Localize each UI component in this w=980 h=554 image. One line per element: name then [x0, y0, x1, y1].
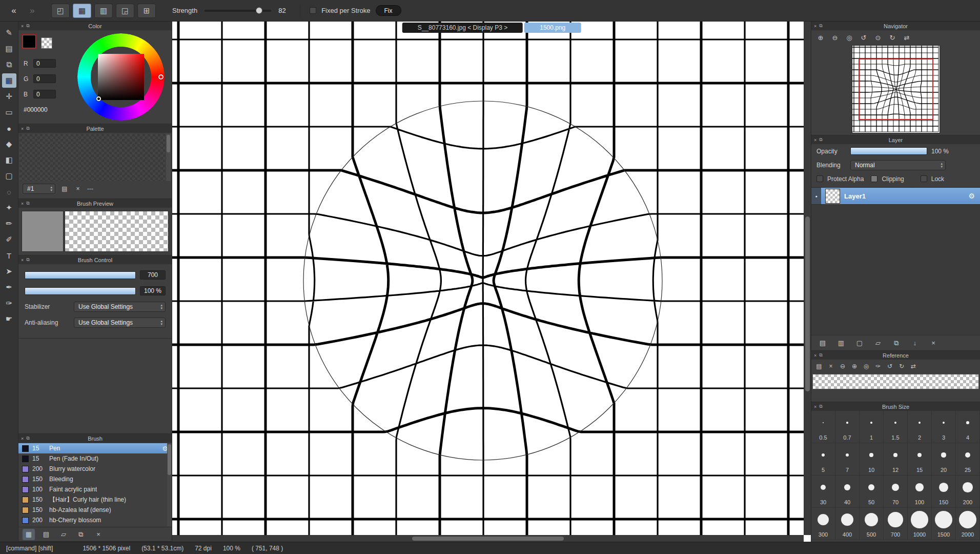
open-reference-icon[interactable]: ▤: [814, 361, 824, 372]
brush-item[interactable]: 100Faint acrylic paint: [18, 484, 172, 494]
document-tab-active[interactable]: 1500.png: [524, 23, 581, 33]
path-tool-icon[interactable]: ➤: [2, 264, 16, 279]
delete-layer-icon[interactable]: ×: [927, 338, 940, 349]
brush-grid-view-icon[interactable]: ▦: [23, 529, 35, 540]
document-tab[interactable]: S__80773160.jpg < Display P3 >: [402, 23, 523, 33]
merge-down-icon[interactable]: ↓: [909, 338, 921, 349]
stepper-icon[interactable]: ▴▾: [49, 186, 53, 192]
canvas-select-tool-icon[interactable]: ▭: [2, 105, 16, 120]
reference-strip[interactable]: [812, 374, 979, 389]
paper-tool-icon[interactable]: ▤: [2, 42, 16, 56]
brush-size-cell[interactable]: 500: [860, 508, 884, 540]
brush-size-cell[interactable]: 1500: [932, 508, 956, 540]
brush-item[interactable]: 15Pen⚙: [18, 443, 172, 453]
close-panel-icon[interactable]: ×: [21, 126, 24, 131]
brush-size-cell[interactable]: 1: [860, 411, 884, 443]
blending-dropdown[interactable]: Normal ▴▾: [850, 160, 946, 170]
brush-item[interactable]: 200hb-Cherry blossom: [18, 515, 172, 525]
layer-row[interactable]: ● Layer1 ⚙: [811, 187, 980, 205]
palette-preset-dropdown[interactable]: #1 ▴▾: [23, 184, 55, 194]
brush-size-cell[interactable]: 12: [884, 443, 908, 476]
detach-panel-icon[interactable]: ⧉: [26, 23, 29, 29]
brush-size-cell[interactable]: 25: [956, 443, 980, 476]
close-panel-icon[interactable]: ×: [21, 201, 24, 206]
brush-size-cell[interactable]: 2: [908, 411, 932, 443]
brush-size-cell[interactable]: 7: [835, 443, 860, 476]
palette-scrollbar-thumb[interactable]: [167, 135, 170, 152]
brush-size-cell[interactable]: 150: [932, 476, 956, 508]
brush-size-slider[interactable]: [25, 271, 136, 279]
lock-checkbox[interactable]: [921, 175, 927, 182]
antialiasing-dropdown[interactable]: Use Global Settings ▴▾: [74, 318, 166, 328]
brush-opacity-slider[interactable]: [25, 287, 136, 295]
new-layer-folder-icon[interactable]: ▱: [872, 338, 884, 349]
lasso-tool-icon[interactable]: ◌: [2, 185, 16, 199]
ref-flip-icon[interactable]: ⇄: [908, 361, 918, 372]
delete-swatch-icon[interactable]: ×: [73, 183, 83, 194]
strength-slider[interactable]: [205, 10, 271, 12]
brush-item[interactable]: 150Bleeding: [18, 474, 172, 484]
brush-size-cell[interactable]: 1.5: [884, 411, 908, 443]
brush-item[interactable]: 15Pen (Fade In/Out): [18, 453, 172, 464]
brush-list-scrollbar[interactable]: [167, 443, 172, 526]
brush-list-scrollbar-thumb[interactable]: [168, 444, 171, 475]
transform-mode-2-button[interactable]: ▦: [73, 4, 91, 18]
brush-size-cell[interactable]: 200: [956, 476, 980, 508]
brush-item[interactable]: 150hb-Azalea leaf (dense): [18, 505, 172, 515]
brush-size-cell[interactable]: 100: [908, 476, 932, 508]
blob-brush-tool-icon[interactable]: ●: [2, 121, 16, 135]
detach-panel-icon[interactable]: ⧉: [26, 257, 29, 263]
select-pen-tool-icon[interactable]: ✏: [2, 216, 16, 231]
ref-rotate-ccw-icon[interactable]: ↺: [885, 361, 895, 372]
protect-alpha-checkbox[interactable]: [816, 175, 823, 182]
strength-slider-knob[interactable]: [256, 7, 262, 14]
ref-rotate-cw-icon[interactable]: ↻: [896, 361, 907, 372]
rotate-reset-icon[interactable]: ⊙: [872, 32, 884, 43]
brush-size-cell[interactable]: 15: [908, 443, 932, 476]
brush-size-cell[interactable]: 3: [932, 411, 956, 443]
close-panel-icon[interactable]: ×: [814, 137, 816, 143]
transform-mode-1-button[interactable]: ◰: [51, 4, 70, 18]
brush-size-cell[interactable]: 10: [860, 443, 884, 476]
rotate-cw-icon[interactable]: ↻: [886, 32, 899, 43]
clipping-checkbox[interactable]: [871, 175, 877, 182]
new-brush-folder-icon[interactable]: ▱: [57, 529, 70, 540]
navigator-view-rectangle[interactable]: [859, 58, 933, 120]
palette-scrollbar[interactable]: [166, 134, 171, 181]
new-paper-layer-icon[interactable]: ▢: [853, 338, 866, 349]
zoom-in-icon[interactable]: ⊕: [814, 32, 827, 43]
ruler-pen-tool-icon[interactable]: ✒: [2, 280, 16, 294]
brush-size-cell[interactable]: 400: [835, 508, 860, 540]
navigator-thumbnail[interactable]: [852, 46, 940, 133]
close-panel-icon[interactable]: ×: [814, 404, 816, 409]
connector-tool-icon[interactable]: ⧉: [2, 57, 16, 72]
secondary-color-swatch[interactable]: [41, 37, 52, 49]
brush-item[interactable]: 200Blurry watercolor: [18, 464, 172, 474]
zoom-out-icon[interactable]: ⊖: [829, 32, 841, 43]
brush-item[interactable]: 150【Hair】Curly hair (thin line): [18, 494, 172, 505]
close-panel-icon[interactable]: ×: [21, 24, 24, 29]
detach-panel-icon[interactable]: ⧉: [819, 23, 822, 29]
rotate-ccw-icon[interactable]: ↺: [858, 32, 870, 43]
detach-panel-icon[interactable]: ⧉: [819, 352, 822, 358]
brush-size-cell[interactable]: 50: [860, 476, 884, 508]
magic-wand-tool-icon[interactable]: ✦: [2, 201, 16, 215]
transform-mode-3-button[interactable]: ▥: [94, 4, 113, 18]
brush-size-value-field[interactable]: 700: [140, 270, 166, 280]
layer-visibility-icon[interactable]: ●: [811, 188, 821, 204]
detach-panel-icon[interactable]: ⧉: [819, 404, 822, 409]
close-panel-icon[interactable]: ×: [814, 353, 816, 358]
new-linework-layer-icon[interactable]: ▥: [835, 338, 847, 349]
new-swatch-page-icon[interactable]: ▤: [59, 183, 70, 194]
pen-tool-icon[interactable]: ✎: [2, 26, 16, 40]
hand-tool-icon[interactable]: ☛: [2, 312, 16, 326]
eyedropper-tool-icon[interactable]: ✑: [2, 296, 16, 310]
history-forward-icon[interactable]: »: [26, 6, 39, 16]
stepper-icon[interactable]: ▴▾: [940, 162, 944, 168]
brush-size-cell[interactable]: 0.5: [811, 411, 835, 443]
liquify-grid-tool-icon[interactable]: ▦: [2, 73, 16, 88]
gradient-tool-icon[interactable]: ◧: [2, 153, 16, 167]
primary-color-swatch[interactable]: [23, 35, 36, 48]
ref-eyedropper-icon[interactable]: ✑: [873, 361, 883, 372]
delete-brush-icon[interactable]: ×: [92, 529, 105, 540]
